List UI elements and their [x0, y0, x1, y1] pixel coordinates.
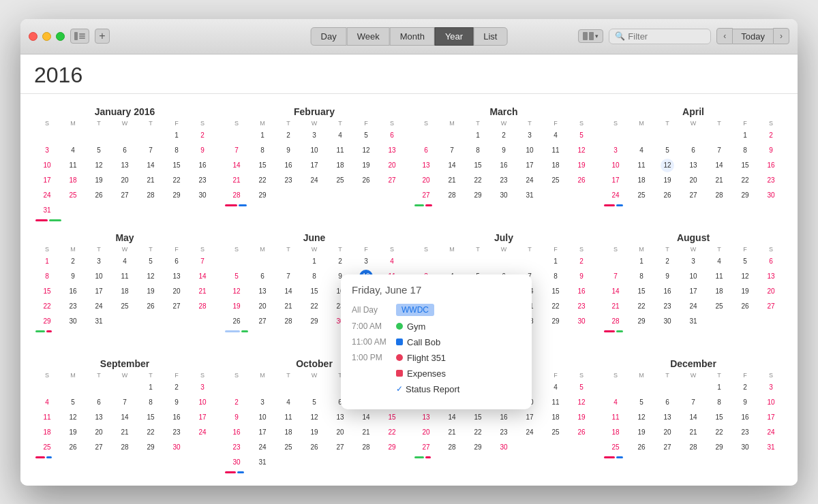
cal-day[interactable]: 5 [661, 144, 674, 157]
cal-day[interactable]: 21 [196, 285, 209, 298]
cal-day[interactable]: 26 [661, 189, 674, 202]
cal-day[interactable]: 24 [686, 300, 700, 313]
cal-day[interactable]: 26 [635, 441, 648, 454]
search-input[interactable] [628, 31, 705, 42]
cal-day[interactable]: 14 [196, 270, 209, 283]
list-view-button[interactable]: List [473, 27, 507, 46]
cal-day[interactable]: 13 [419, 411, 433, 424]
cal-day[interactable]: 11 [609, 411, 622, 424]
prev-year-button[interactable]: ‹ [716, 28, 733, 44]
cal-day[interactable]: 17 [196, 411, 209, 424]
cal-day[interactable]: 2 [497, 129, 511, 142]
cal-day[interactable]: 20 [118, 174, 132, 187]
cal-day[interactable]: 29 [635, 315, 648, 328]
cal-day[interactable]: 4 [712, 255, 726, 268]
cal-day[interactable]: 15 [471, 411, 485, 424]
cal-day[interactable]: 1 [307, 255, 321, 268]
cal-day[interactable]: 18 [609, 426, 622, 439]
cal-day[interactable]: 2 [66, 255, 80, 268]
cal-day[interactable]: 22 [170, 174, 183, 187]
cal-day[interactable]: 17 [256, 426, 269, 439]
cal-day[interactable]: 12 [66, 411, 80, 424]
cal-day[interactable]: 19 [575, 159, 588, 172]
cal-day[interactable]: 19 [575, 411, 588, 424]
cal-day[interactable]: 26 [66, 441, 80, 454]
cal-day[interactable]: 22 [40, 300, 54, 313]
cal-day[interactable]: 24 [307, 174, 321, 187]
cal-day[interactable]: 3 [40, 144, 54, 157]
cal-day[interactable]: 4 [549, 381, 562, 394]
cal-day[interactable]: 12 [359, 144, 373, 157]
cal-day[interactable]: 19 [144, 285, 157, 298]
cal-day[interactable]: 1 [738, 129, 752, 142]
cal-day[interactable]: 20 [256, 300, 269, 313]
cal-day[interactable]: 19 [738, 285, 752, 298]
cal-day[interactable]: 12 [575, 144, 588, 157]
today-button[interactable]: Today [733, 29, 773, 44]
cal-day[interactable]: 18 [549, 411, 562, 424]
cal-day[interactable]: 1 [170, 129, 183, 142]
cal-day[interactable]: 15 [635, 285, 648, 298]
cal-day[interactable]: 8 [170, 144, 183, 157]
cal-day[interactable]: 18 [66, 174, 80, 187]
cal-day[interactable]: 1 [256, 129, 269, 142]
cal-day[interactable]: 8 [40, 270, 54, 283]
cal-day[interactable]: 31 [92, 315, 106, 328]
cal-day[interactable]: 10 [40, 159, 54, 172]
day-view-button[interactable]: Day [311, 27, 347, 46]
cal-day[interactable]: 7 [196, 255, 209, 268]
cal-day[interactable]: 28 [230, 189, 243, 202]
cal-day[interactable]: 5 [92, 144, 106, 157]
cal-day[interactable]: 13 [661, 411, 674, 424]
cal-day[interactable]: 14 [445, 411, 459, 424]
cal-day[interactable]: 3 [523, 129, 536, 142]
cal-day[interactable]: 18 [118, 285, 132, 298]
cal-day[interactable]: 16 [170, 411, 183, 424]
popup-event-statusreport[interactable]: ✓ Status Report [352, 384, 521, 394]
cal-day[interactable]: 21 [609, 300, 622, 313]
cal-day[interactable]: 29 [307, 315, 321, 328]
cal-day[interactable]: 2 [764, 129, 778, 142]
cal-day[interactable]: 18 [282, 426, 295, 439]
cal-day[interactable]: 5 [66, 396, 80, 409]
cal-day[interactable]: 15 [712, 411, 726, 424]
cal-day[interactable]: 21 [144, 174, 157, 187]
cal-day[interactable]: 9 [497, 144, 511, 157]
cal-day[interactable]: 19 [230, 300, 243, 313]
cal-day[interactable]: 3 [92, 255, 106, 268]
cal-day[interactable]: 11 [712, 270, 726, 283]
cal-day[interactable]: 29 [738, 189, 752, 202]
cal-day[interactable]: 24 [609, 189, 622, 202]
cal-day[interactable]: 22 [712, 426, 726, 439]
cal-day[interactable]: 3 [256, 396, 269, 409]
cal-day[interactable]: 12 [307, 411, 321, 424]
cal-day[interactable]: 17 [523, 159, 536, 172]
cal-day[interactable]: 14 [359, 411, 373, 424]
cal-day[interactable]: 5 [144, 255, 157, 268]
cal-day[interactable]: 5 [575, 129, 588, 142]
cal-day[interactable]: 28 [118, 441, 132, 454]
cal-day[interactable]: 30 [66, 315, 80, 328]
cal-day[interactable]: 29 [471, 441, 485, 454]
cal-day[interactable]: 12 [738, 270, 752, 283]
cal-day[interactable]: 28 [609, 315, 622, 328]
cal-day[interactable]: 24 [523, 174, 536, 187]
cal-day[interactable]: 22 [471, 426, 485, 439]
cal-day[interactable]: 13 [256, 285, 269, 298]
cal-day[interactable]: 2 [170, 381, 183, 394]
cal-day[interactable]: 16 [497, 411, 511, 424]
cal-day[interactable]: 26 [575, 174, 588, 187]
cal-day[interactable]: 4 [635, 144, 648, 157]
cal-day[interactable]: 27 [170, 300, 183, 313]
cal-day[interactable]: 2 [661, 255, 674, 268]
cal-day[interactable]: 17 [307, 159, 321, 172]
cal-day[interactable]: 23 [497, 174, 511, 187]
cal-day[interactable]: 20 [661, 426, 674, 439]
cal-day[interactable]: 27 [118, 189, 132, 202]
cal-day[interactable]: 11 [118, 270, 132, 283]
cal-day[interactable]: 27 [385, 174, 399, 187]
cal-day[interactable]: 25 [66, 189, 80, 202]
cal-day[interactable]: 16 [230, 426, 243, 439]
cal-day[interactable]: 2 [738, 381, 752, 394]
cal-day[interactable]: 20 [419, 426, 433, 439]
